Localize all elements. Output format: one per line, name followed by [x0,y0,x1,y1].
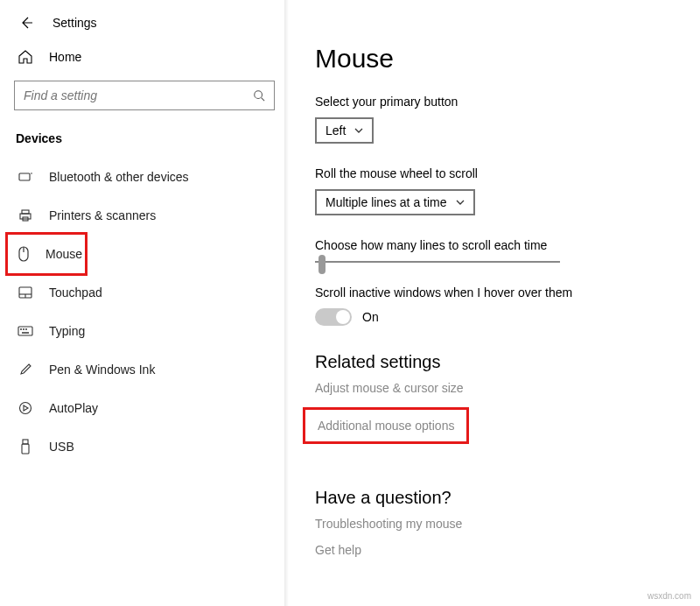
page-title: Mouse [315,44,674,74]
sidebar-item-label: Printers & scanners [49,208,156,222]
search-input[interactable] [24,88,253,102]
sidebar-item-bluetooth[interactable]: Bluetooth & other devices [0,158,289,196]
home-label: Home [49,50,81,64]
sidebar-item-label: Touchpad [49,285,102,299]
svg-point-17 [20,403,32,414]
category-label: Devices [0,126,289,158]
primary-button-dropdown[interactable]: Left [315,117,374,144]
back-button[interactable] [18,14,35,32]
get-help-link[interactable]: Get help [315,543,674,557]
header: Settings [0,0,289,40]
scroll-lines-setting: Choose how many lines to scroll each tim… [315,238,674,263]
dropdown-value: Left [326,123,346,137]
svg-rect-4 [22,210,29,214]
scroll-lines-label: Choose how many lines to scroll each tim… [315,238,674,252]
sidebar-item-pen[interactable]: Pen & Windows Ink [0,350,289,389]
sidebar-item-mouse[interactable]: Mouse [5,232,88,276]
primary-button-setting: Select your primary button Left [315,95,674,144]
home-icon [18,49,33,65]
search-icon [253,89,265,102]
troubleshooting-link[interactable]: Troubleshooting my mouse [315,517,674,531]
slider-thumb[interactable] [318,255,326,274]
dropdown-value: Multiple lines at a time [326,195,447,209]
sidebar-item-usb[interactable]: USB [0,427,289,466]
primary-button-label: Select your primary button [315,95,674,109]
svg-point-3 [31,173,32,174]
scroll-lines-slider[interactable] [315,261,560,263]
sidebar-item-label: Bluetooth & other devices [49,170,189,184]
svg-point-0 [255,91,262,99]
svg-rect-5 [20,214,31,219]
toggle-state: On [362,310,379,324]
sidebar-item-label: USB [49,440,74,454]
pen-icon [18,362,33,377]
svg-rect-18 [23,440,28,444]
inactive-windows-label: Scroll inactive windows when I hover ove… [315,285,674,299]
sidebar-item-printers[interactable]: Printers & scanners [0,196,289,235]
bluetooth-icon [18,169,33,185]
chevron-down-icon [447,200,465,205]
inactive-windows-toggle[interactable] [315,308,352,326]
usb-icon [18,439,33,454]
additional-mouse-options-link[interactable]: Additional mouse options [303,407,469,444]
adjust-mouse-cursor-link[interactable]: Adjust mouse & cursor size [315,381,674,395]
question-heading: Have a question? [315,488,674,508]
touchpad-icon [18,285,33,300]
sidebar-item-label: AutoPlay [49,401,98,415]
svg-line-1 [262,98,265,102]
search-box[interactable] [14,81,275,110]
svg-rect-12 [18,327,32,335]
svg-rect-19 [22,444,29,454]
chevron-down-icon [346,128,363,133]
keyboard-icon [18,323,33,339]
sidebar-item-typing[interactable]: Typing [0,312,289,350]
sidebar-item-touchpad[interactable]: Touchpad [0,273,289,312]
sidebar-item-autoplay[interactable]: AutoPlay [0,389,289,427]
app-title: Settings [52,16,97,30]
watermark: wsxdn.com [648,591,691,601]
inactive-windows-setting: Scroll inactive windows when I hover ove… [315,285,674,326]
sidebar-item-label: Mouse [46,247,82,261]
scroll-wheel-dropdown[interactable]: Multiple lines at a time [315,189,475,215]
related-settings-heading: Related settings [315,352,674,372]
toggle-knob [336,310,350,324]
back-arrow-icon [19,16,33,30]
scroll-wheel-setting: Roll the mouse wheel to scroll Multiple … [315,166,674,215]
scroll-wheel-label: Roll the mouse wheel to scroll [315,166,674,180]
printer-icon [18,208,33,223]
mouse-icon [18,246,30,262]
svg-rect-2 [19,173,30,180]
sidebar-item-label: Typing [49,324,85,338]
sidebar: Settings Home Devices Bluetooth & other … [0,0,289,606]
autoplay-icon [18,400,33,416]
sidebar-item-label: Pen & Windows Ink [49,363,155,377]
main-content: Mouse Select your primary button Left Ro… [289,0,700,606]
home-nav[interactable]: Home [0,40,289,74]
